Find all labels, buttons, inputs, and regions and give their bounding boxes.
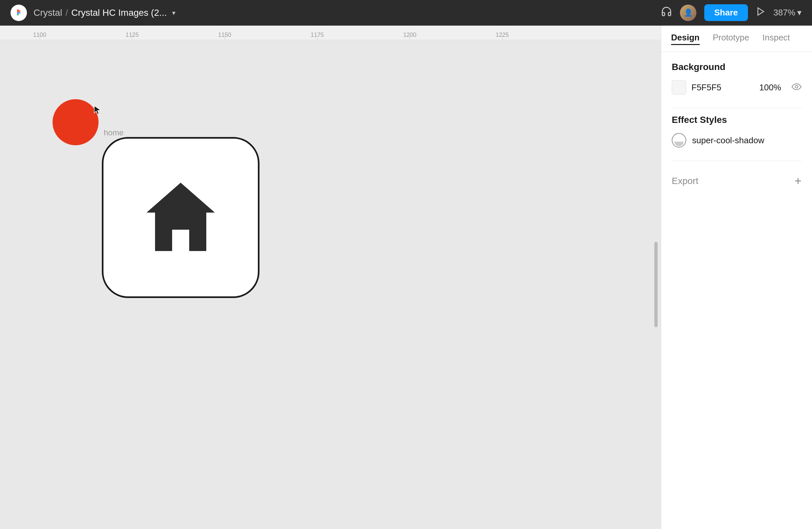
effect-style-name: super-cool-shadow — [692, 135, 764, 145]
scrollbar-thumb[interactable] — [654, 242, 657, 327]
breadcrumb: Crystal / Crystal HC Images (2... ▾ — [33, 8, 175, 18]
zoom-chevron-icon: ▾ — [797, 8, 801, 18]
chevron-down-icon[interactable]: ▾ — [172, 9, 175, 17]
panel-content: Background F5F5F5 100% Effect Styles sup… — [661, 52, 812, 529]
panel-tabs: Design Prototype Inspect — [661, 26, 812, 52]
export-row: Export + — [672, 174, 801, 188]
color-hex[interactable]: F5F5F5 — [692, 83, 754, 92]
background-row: F5F5F5 100% — [672, 80, 801, 95]
svg-marker-0 — [758, 8, 764, 15]
tab-design[interactable]: Design — [671, 32, 700, 45]
scrollbar-track[interactable] — [654, 242, 658, 327]
home-icon — [138, 174, 223, 261]
add-export-button[interactable]: + — [795, 174, 801, 188]
ruler-tick — [502, 35, 503, 40]
topbar-right: 👤 Share 387% ▾ — [661, 4, 801, 21]
main: 1100 1125 1150 1175 1200 1225 — [0, 26, 812, 529]
divider — [672, 108, 801, 108]
breadcrumb-org: Crystal — [33, 8, 62, 18]
figma-logo[interactable] — [11, 4, 27, 21]
ruler-tick — [225, 35, 225, 40]
breadcrumb-file: Crystal HC Images (2... — [71, 8, 167, 18]
effect-style-icon — [672, 133, 686, 147]
ruler-tick — [410, 35, 410, 40]
cursor-icon — [93, 105, 103, 118]
share-button[interactable]: Share — [704, 4, 748, 21]
topbar: Crystal / Crystal HC Images (2... ▾ 👤 Sh… — [0, 0, 812, 26]
canvas[interactable]: home — [0, 40, 661, 529]
avatar[interactable]: 👤 — [680, 4, 696, 21]
ruler: 1100 1125 1150 1175 1200 1225 — [0, 26, 661, 40]
tab-inspect[interactable]: Inspect — [763, 32, 790, 45]
right-panel: Design Prototype Inspect Background F5F5… — [661, 26, 812, 529]
eye-icon[interactable] — [792, 82, 801, 92]
divider-2 — [672, 161, 801, 161]
ruler-tick — [132, 35, 132, 40]
headphones-icon[interactable] — [661, 6, 672, 19]
export-title: Export — [672, 176, 698, 186]
svg-point-1 — [795, 85, 798, 88]
home-label: home — [104, 128, 124, 137]
home-card[interactable] — [102, 137, 260, 298]
ruler-tick — [40, 35, 40, 40]
effect-style-row: super-cool-shadow — [672, 133, 801, 147]
ruler-tick — [317, 35, 318, 40]
background-section-title: Background — [672, 62, 801, 72]
canvas-area: 1100 1125 1150 1175 1200 1225 — [0, 26, 661, 529]
zoom-level[interactable]: 387% ▾ — [773, 8, 802, 18]
tab-prototype[interactable]: Prototype — [713, 32, 749, 45]
export-section: Export + — [672, 174, 801, 188]
effect-styles-section-title: Effect Styles — [672, 115, 801, 125]
color-opacity[interactable]: 100% — [759, 83, 781, 92]
breadcrumb-sep: / — [66, 8, 68, 18]
red-circle[interactable] — [53, 99, 99, 145]
ruler-marks: 1100 1125 1150 1175 1200 1225 — [0, 26, 661, 40]
topbar-left: Crystal / Crystal HC Images (2... ▾ — [11, 4, 175, 21]
play-button[interactable] — [756, 6, 766, 19]
color-swatch[interactable] — [672, 80, 686, 95]
